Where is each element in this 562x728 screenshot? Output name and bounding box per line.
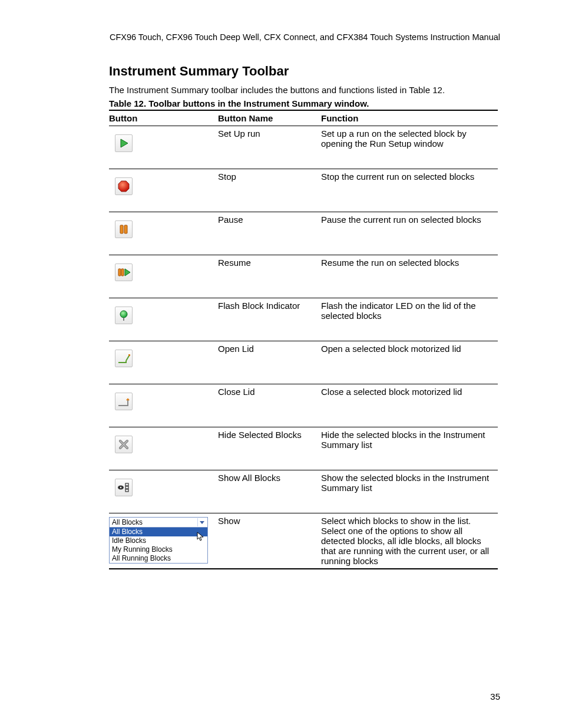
svg-rect-16 (125, 483, 128, 486)
table-header-row: Button Button Name Function (109, 110, 498, 126)
table-row: Pause Pause the current run on selected … (109, 212, 498, 255)
table-row: Show All Blocks Show the selected blocks… (109, 470, 498, 513)
table-row: Close Lid Close a selected block motoriz… (109, 384, 498, 427)
table-row: Open Lid Open a selected block motorized… (109, 341, 498, 384)
svg-rect-5 (121, 269, 124, 276)
svg-marker-0 (121, 139, 128, 147)
button-name-cell: Set Up run (218, 126, 321, 169)
button-func-cell: Close a selected block motorized lid (321, 384, 498, 427)
show-dropdown[interactable]: All Blocks All Blocks Idle Blocks My Run… (109, 517, 208, 564)
section-title: Instrument Summary Toolbar (109, 64, 500, 79)
indicator-icon (115, 307, 133, 324)
dropdown-selected-label: All Blocks (112, 518, 143, 526)
button-name-cell: Flash Block Indicator (218, 298, 321, 341)
table-row: Set Up run Set up a run on the selected … (109, 126, 498, 169)
table-row: Flash Block Indicator Flash the indicato… (109, 298, 498, 341)
button-func-cell: Hide the selected blocks in the Instrume… (321, 427, 498, 470)
button-name-cell: Show (218, 513, 321, 569)
close-lid-icon (115, 393, 133, 410)
col-header-name: Button Name (218, 110, 321, 126)
svg-marker-6 (125, 269, 130, 276)
svg-rect-18 (125, 489, 128, 492)
resume-icon (115, 263, 133, 281)
button-name-cell: Resume (218, 255, 321, 298)
button-func-cell: Show the selected blocks in the Instrume… (321, 470, 498, 513)
table-row: Resume Resume the run on selected blocks (109, 255, 498, 298)
intro-text: The Instrument Summary toolbar includes … (109, 85, 500, 95)
col-header-func: Function (321, 110, 498, 126)
col-header-button: Button (109, 110, 218, 126)
svg-marker-19 (200, 521, 204, 524)
dropdown-option[interactable]: All Blocks (110, 528, 207, 536)
pause-icon (115, 220, 133, 238)
page-number: 35 (490, 691, 500, 701)
svg-rect-17 (125, 486, 128, 489)
button-func-cell: Pause the current run on selected blocks (321, 212, 498, 255)
button-name-cell: Hide Selected Blocks (218, 427, 321, 470)
open-lid-icon (115, 350, 133, 367)
dropdown-option[interactable]: All Running Blocks (110, 554, 207, 563)
svg-point-15 (120, 487, 121, 488)
dropdown-list: All Blocks Idle Blocks My Running Blocks… (110, 528, 207, 563)
svg-marker-1 (118, 181, 129, 192)
chevron-down-icon[interactable] (197, 518, 206, 526)
dropdown-option[interactable]: Idle Blocks (110, 536, 207, 545)
show-all-icon (115, 479, 133, 496)
button-func-cell: Set up a run on the selected block by op… (321, 126, 498, 169)
dropdown-option[interactable]: My Running Blocks (110, 545, 207, 554)
button-func-cell: Open a selected block motorized lid (321, 341, 498, 384)
svg-marker-20 (197, 532, 203, 541)
running-head: CFX96 Touch, CFX96 Touch Deep Well, CFX … (0, 32, 500, 42)
svg-rect-2 (120, 225, 123, 233)
table-row: All Blocks All Blocks Idle Blocks My Run… (109, 513, 498, 569)
svg-rect-3 (124, 225, 127, 233)
button-name-cell: Show All Blocks (218, 470, 321, 513)
button-name-cell: Pause (218, 212, 321, 255)
table-row: Stop Stop the current run on selected bl… (109, 169, 498, 212)
button-name-cell: Stop (218, 169, 321, 212)
button-name-cell: Open Lid (218, 341, 321, 384)
button-func-cell: Resume the run on selected blocks (321, 255, 498, 298)
toolbar-buttons-table: Button Button Name Function Set Up run S… (109, 110, 498, 569)
cursor-icon (197, 532, 205, 542)
table-caption: Table 12. Toolbar buttons in the Instrum… (109, 98, 500, 108)
button-name-cell: Close Lid (218, 384, 321, 427)
content-area: Instrument Summary Toolbar The Instrumen… (109, 64, 500, 569)
button-func-cell: Select which blocks to show in the list.… (321, 513, 498, 569)
button-func-cell: Stop the current run on selected blocks (321, 169, 498, 212)
play-icon (115, 134, 133, 152)
stop-icon (115, 177, 133, 195)
document-page: CFX96 Touch, CFX96 Touch Deep Well, CFX … (0, 0, 562, 728)
hide-icon (115, 436, 133, 453)
button-func-cell: Flash the indicator LED on the lid of th… (321, 298, 498, 341)
dropdown-selected[interactable]: All Blocks (110, 518, 207, 528)
table-row: Hide Selected Blocks Hide the selected b… (109, 427, 498, 470)
svg-point-7 (120, 311, 127, 318)
svg-rect-4 (118, 269, 121, 276)
